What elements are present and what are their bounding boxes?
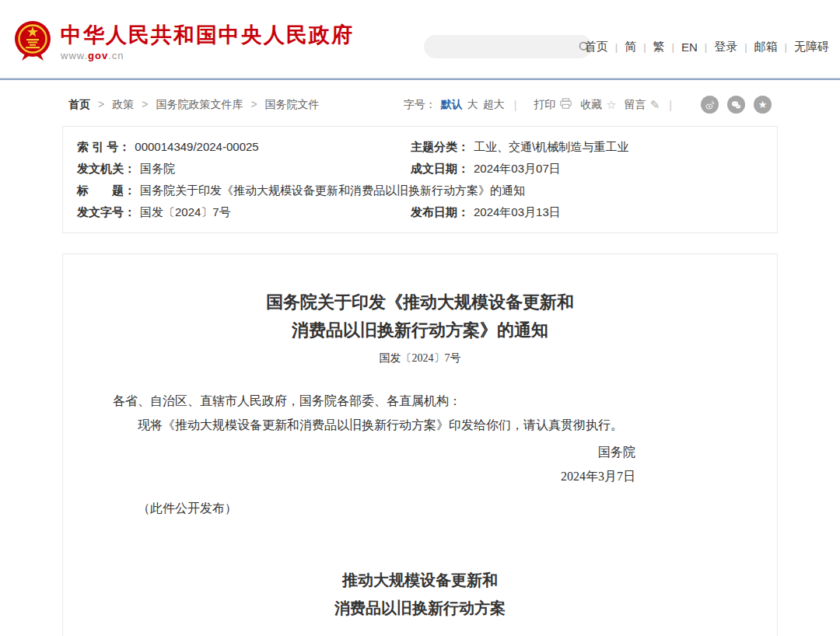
meta-row: 标 题： 国务院关于印发《推动大规模设备更新和消费品以旧换新行动方案》的通知 xyxy=(63,180,777,201)
site-header: 中华人民共和国中央人民政府 www.gov.cn 首页| 简| 繁| EN| 登… xyxy=(0,0,840,78)
comment-button[interactable]: 留言 ✎ xyxy=(625,98,660,112)
nav-accessibility[interactable]: 无障碍 xyxy=(794,40,829,54)
print-button[interactable]: 打印 xyxy=(534,98,572,112)
paragraph: 现将《推动大规模设备更新和消费品以旧换新行动方案》印发给你们，请认真贯彻执行。 xyxy=(113,413,727,437)
search-input[interactable] xyxy=(424,35,576,58)
wechat-share-icon[interactable] xyxy=(727,96,745,114)
pencil-icon: ✎ xyxy=(650,99,660,110)
meta-index-label: 索 引 号： xyxy=(77,136,130,158)
nav-traditional[interactable]: 繁 xyxy=(653,40,665,54)
public-release-note: （此件公开发布） xyxy=(113,496,727,520)
weibo-share-icon[interactable] xyxy=(701,96,719,114)
nav-home[interactable]: 首页 xyxy=(585,40,608,54)
breadcrumb-toolbar-row: 首页 政策 国务院政策文件库 国务院文件 字号： 默认 大 超大 | 打印 xyxy=(62,80,778,114)
meta-topic-label: 主题分类： xyxy=(411,136,469,158)
meta-doc-no-label: 发文字号： xyxy=(77,201,135,223)
site-logo[interactable]: 中华人民共和国中央人民政府 www.gov.cn xyxy=(14,20,354,65)
nav-mailbox[interactable]: 邮箱 xyxy=(754,40,778,54)
top-nav: 首页| 简| 繁| EN| 登录| 邮箱| 无障碍 xyxy=(585,40,829,54)
meta-row: 发文机关： 国务院 成文日期： 2024年03月07日 xyxy=(63,158,777,180)
meta-row: 索 引 号： 000014349/2024-00025 主题分类： 工业、交通\… xyxy=(63,136,777,158)
search-box xyxy=(424,35,592,58)
signer: 国务院 xyxy=(113,440,635,464)
nav-login[interactable]: 登录 xyxy=(714,40,737,54)
breadcrumb-policy-library[interactable]: 国务院政策文件库 xyxy=(134,98,243,112)
nav-english[interactable]: EN xyxy=(681,40,698,54)
favorites-share-icon[interactable]: ★ xyxy=(754,96,772,114)
meta-row: 发文字号： 国发〔2024〕7号 发布日期： 2024年03月13日 xyxy=(63,201,777,223)
breadcrumb: 首页 政策 国务院政策文件库 国务院文件 xyxy=(68,98,320,112)
font-size-xlarge[interactable]: 超大 xyxy=(483,98,505,112)
meta-agency-label: 发文机关： xyxy=(77,158,135,180)
meta-date-written-label: 成文日期： xyxy=(411,158,469,180)
signature-block: 国务院 2024年3月7日 xyxy=(113,440,727,488)
share-group: ★ xyxy=(692,96,772,114)
meta-date-written-value: 2024年03月07日 xyxy=(474,158,561,180)
font-size-large[interactable]: 大 xyxy=(467,98,478,112)
breadcrumb-state-council-docs[interactable]: 国务院文件 xyxy=(243,98,319,112)
favorite-button[interactable]: 收藏 ☆ xyxy=(580,98,616,112)
site-title: 中华人民共和国中央人民政府 xyxy=(61,24,354,47)
font-size-default[interactable]: 默认 xyxy=(441,98,463,112)
printer-icon xyxy=(559,98,572,111)
salutation: 各省、自治区、直辖市人民政府，国务院各部委、各直属机构： xyxy=(113,389,727,413)
meta-title-label: 标 题： xyxy=(77,180,135,201)
site-url: www.gov.cn xyxy=(61,50,354,61)
plan-title: 推动大规模设备更新和 消费品以旧换新行动方案 xyxy=(113,566,727,622)
page-tools: 字号： 默认 大 超大 | 打印 收藏 ☆ 留言 xyxy=(404,96,772,114)
meta-agency-value: 国务院 xyxy=(140,158,175,180)
document-number: 国发〔2024〕7号 xyxy=(113,351,727,365)
meta-topic-value: 工业、交通\机械制造与重工业 xyxy=(474,136,628,158)
font-size-label: 字号： xyxy=(404,98,436,112)
meta-doc-no-value: 国发〔2024〕7号 xyxy=(140,201,231,223)
nav-simplified[interactable]: 简 xyxy=(625,40,636,54)
sign-date: 2024年3月7日 xyxy=(113,464,635,488)
meta-title-value: 国务院关于印发《推动大规模设备更新和消费品以旧换新行动方案》的通知 xyxy=(140,180,525,201)
document-content-box: 国务院关于印发《推动大规模设备更新和 消费品以旧换新行动方案》的通知 国发〔20… xyxy=(62,253,778,636)
breadcrumb-home[interactable]: 首页 xyxy=(68,98,90,112)
breadcrumb-policy[interactable]: 政策 xyxy=(90,98,134,112)
star-icon: ☆ xyxy=(606,99,616,110)
national-emblem-icon xyxy=(14,20,51,65)
meta-index-value: 000014349/2024-00025 xyxy=(135,136,258,158)
document-meta-box: 索 引 号： 000014349/2024-00025 主题分类： 工业、交通\… xyxy=(62,126,778,233)
document-title: 国务院关于印发《推动大规模设备更新和 消费品以旧换新行动方案》的通知 xyxy=(113,288,727,345)
meta-date-published-value: 2024年03月13日 xyxy=(474,201,561,223)
meta-date-published-label: 发布日期： xyxy=(411,201,469,223)
